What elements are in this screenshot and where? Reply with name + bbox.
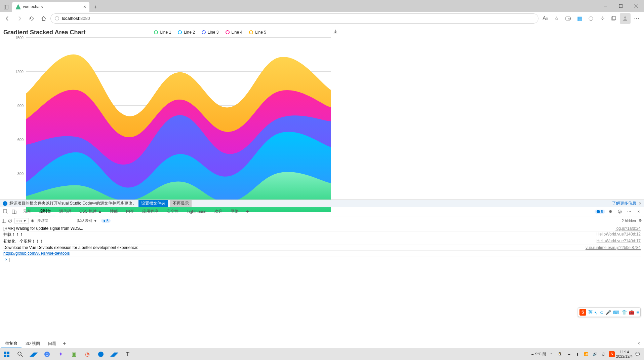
tray-battery-icon[interactable]: ▮ [574,351,581,358]
drawer-add-icon[interactable]: + [60,340,69,347]
more-icon[interactable]: ⋯ [625,208,633,216]
devtools-tab[interactable]: 控制台 [35,207,55,216]
drawer-close-icon[interactable]: × [635,341,643,346]
add-tab-button[interactable]: + [243,208,251,216]
text-app-icon[interactable]: T [121,348,134,360]
legend-item[interactable]: Line 2 [178,30,195,35]
app-icon-1[interactable]: ✦ [54,348,67,360]
ime-toolbar[interactable]: S 英 •, ☺ 🎤 ⌨ 👕 🧰 ≡ [578,308,641,317]
refresh-button[interactable] [26,13,37,24]
devtools-tab[interactable]: 元素 [19,207,35,216]
issues-count[interactable]: 5 [595,210,605,214]
app-icon-2[interactable]: ▣ [67,348,81,360]
legend-item[interactable]: Line 5 [249,30,266,35]
devtools-tab[interactable]: 网络 [227,207,243,216]
favorite-icon[interactable]: ☆ [551,13,562,24]
wallet-icon[interactable] [563,13,573,24]
learn-more-link[interactable]: 了解更多信息 [612,201,636,206]
console-source-link[interactable]: log.js?1afd:24 [615,226,641,231]
minimize-button[interactable] [598,0,613,12]
devtools-tab[interactable]: CSS 概述 ▲ [75,207,106,216]
profile-button[interactable] [620,13,631,24]
settings-icon[interactable]: ⚙ [606,208,614,216]
twitter-icon[interactable]: ▦ [574,13,585,24]
close-button[interactable] [629,0,644,12]
extension-icon[interactable] [586,13,596,24]
filter-input[interactable] [36,218,73,223]
devtools-tab[interactable]: 源代码 [55,207,75,216]
ime-lang[interactable]: 英 [588,309,593,315]
ime-keyboard-icon[interactable]: ⌨ [613,310,619,315]
drawer-tab[interactable]: 问题 [44,339,60,348]
collections-icon[interactable] [608,13,619,24]
feedback-icon[interactable] [616,208,624,216]
chrome-icon[interactable] [40,348,54,360]
tray-wifi-icon[interactable]: 📶 [582,351,590,358]
tab-panel-button[interactable] [1,2,11,12]
level-dropdown[interactable]: 默认级别▼ [75,218,99,223]
console-source-link[interactable]: vue.runtime.esm.js?2b0e:8784 [586,245,641,250]
legend-item[interactable]: Line 4 [226,30,243,35]
devtools-tab[interactable]: 安全性 [162,207,183,216]
back-button[interactable] [2,13,13,24]
download-icon[interactable] [333,29,338,35]
ime-voice-icon[interactable]: 🎤 [606,310,611,315]
clear-console-icon[interactable] [8,219,12,223]
site-info-icon[interactable]: ⓘ [55,15,59,22]
tab-close-icon[interactable]: × [83,4,86,9]
forward-button[interactable] [14,13,25,24]
devtools-close-icon[interactable]: × [635,208,643,216]
clock[interactable]: 11:14 2022/12/4 [616,350,633,358]
legend-item[interactable]: Line 1 [154,30,171,35]
console-prompt[interactable]: > [3,256,641,262]
tray-expand-icon[interactable]: ^ [548,351,555,358]
set-root-button[interactable]: 设置根文件夹 [138,200,168,207]
vscode-icon-2[interactable]: ◢◤ [108,348,121,360]
devtools-tab[interactable]: 欢迎 [210,207,227,216]
weather-text[interactable]: 9°C 阴 [535,352,547,357]
legend-item[interactable]: Line 3 [202,30,219,35]
drawer-tab[interactable]: 控制台 [1,339,22,348]
weather-icon[interactable]: ☁ [530,352,534,356]
app-icon-3[interactable]: ◔ [81,348,94,360]
new-tab-button[interactable]: + [91,2,100,12]
maximize-button[interactable] [613,0,629,12]
menu-button[interactable]: ⋯ [631,13,642,24]
tray-cloud-icon[interactable]: ☁ [565,351,572,358]
console-link[interactable]: https://github.com/vuejs/vue-devtools [3,251,70,256]
live-expression-icon[interactable]: ◉ [31,218,34,223]
drawer-tab[interactable]: 3D 视图 [22,339,44,348]
start-button[interactable] [0,348,13,360]
devtools-tab[interactable]: 内存 [122,207,138,216]
console-source-link[interactable]: HelloWorld.vue?140d:17 [597,239,641,244]
browser-tab[interactable]: vue-echars × [12,2,89,12]
console-source-link[interactable]: HelloWorld.vue?140d:12 [597,232,641,238]
vscode-icon[interactable]: ◢◤ [27,348,40,360]
notifications-icon[interactable]: 💬 [634,351,641,358]
tray-volume-icon[interactable]: 🔊 [591,351,599,358]
dont-show-button[interactable]: 不再显示 [170,200,192,207]
hidden-count[interactable]: 2 hidden [622,219,636,223]
ime-skin-icon[interactable]: 👕 [621,310,627,315]
message-count[interactable]: ● 5 [101,219,111,223]
read-aloud-icon[interactable]: A)) [540,13,551,24]
context-dropdown[interactable]: top▼ [14,218,29,223]
ime-settings-icon[interactable]: ≡ [636,310,639,315]
console-settings-icon[interactable]: ⚙ [639,218,642,223]
url-input[interactable]: ⓘ localhost:8080 [50,13,538,24]
ime-tool-icon[interactable]: 🧰 [629,310,634,315]
devtools-tab[interactable]: 性能 [106,207,122,216]
tray-sogou-icon[interactable]: S [609,351,615,357]
devtools-tab[interactable]: 应用程序 [138,207,162,216]
devtools-tab[interactable]: Lighthouse [183,207,210,216]
home-button[interactable] [38,13,49,24]
tray-app-icon[interactable]: 🐧 [556,351,564,358]
close-notification-icon[interactable]: × [639,201,641,206]
ime-punct-icon[interactable]: •, [595,310,597,315]
favorites-bar-icon[interactable]: ✧ [597,13,608,24]
search-button[interactable] [13,348,27,360]
toggle-sidebar-icon[interactable] [2,219,6,223]
device-toggle-icon[interactable] [10,208,18,216]
ime-emoji-icon[interactable]: ☺ [599,310,604,315]
tray-ime-state-icon[interactable]: 拼 [600,351,607,358]
